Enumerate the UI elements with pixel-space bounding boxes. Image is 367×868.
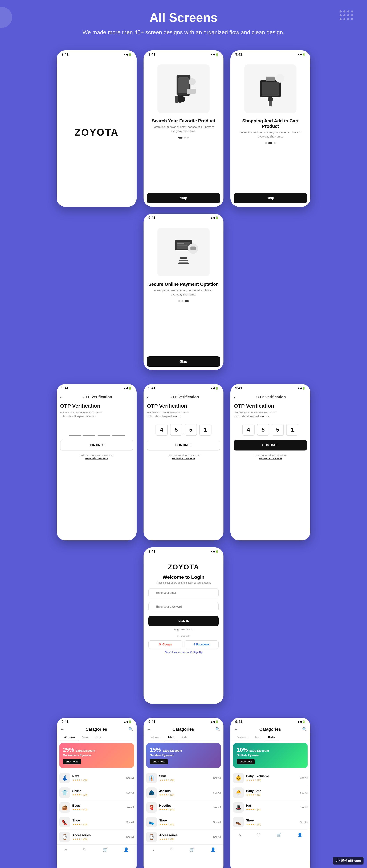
skip-button-3[interactable]: Skip: [147, 356, 220, 367]
skip-button-1[interactable]: Skip: [147, 193, 220, 203]
status-time-otp1: 9:41: [61, 386, 68, 390]
tab-men[interactable]: Men: [165, 734, 178, 741]
otp-dark-2[interactable]: 5: [257, 424, 269, 436]
user-nav-catk[interactable]: 👤: [297, 833, 303, 837]
svg-rect-7: [262, 82, 279, 96]
tab-men-w[interactable]: Men: [78, 734, 91, 741]
resend-link-2[interactable]: Resend OTP Code: [172, 457, 195, 460]
cart-nav-catk[interactable]: 🛒: [276, 833, 282, 837]
back-arrow-icon[interactable]: ‹: [60, 395, 61, 399]
password-wrapper: 🔒: [148, 602, 219, 614]
see-all-new[interactable]: See All: [126, 776, 134, 779]
search-icon-catm[interactable]: 🔍: [215, 727, 220, 732]
otp-digit-1[interactable]: 4: [156, 424, 168, 436]
tab-women[interactable]: Women: [60, 734, 78, 741]
back-arrow-catm[interactable]: ←: [147, 727, 151, 732]
see-all-hoodie[interactable]: See All: [213, 806, 221, 809]
tab-kids[interactable]: Kids: [265, 734, 278, 741]
resend-link-empty[interactable]: Resend OTP Code: [85, 457, 108, 460]
cart-nav-catm[interactable]: 🛒: [190, 847, 195, 852]
otp-dark-4[interactable]: 1: [286, 424, 299, 436]
tab-men-k[interactable]: Men: [252, 734, 265, 741]
back-arrow-catw[interactable]: ←: [60, 727, 64, 732]
user-nav-catw[interactable]: 👤: [123, 847, 129, 852]
tab-women-k[interactable]: Women: [234, 734, 252, 741]
otp-inputs-empty: [60, 424, 133, 436]
forgot-password-link[interactable]: Forgot Password?: [148, 628, 219, 631]
continue-button-light[interactable]: CONTINUE: [147, 440, 220, 451]
category-screen-men: ← Catagories 🔍 Women Men Kids 15% Extra …: [144, 725, 223, 868]
see-all-jacket[interactable]: See All: [213, 791, 221, 794]
promo-banner-men: 15% Extra Discount On Mens Eyewear SHOP …: [146, 743, 221, 768]
svg-point-4: [189, 78, 196, 85]
email-wrapper: 👤: [148, 588, 219, 600]
resend-link-3[interactable]: Resend OTP Code: [259, 457, 282, 460]
signup-prompt: Didn't have an account? Sign Up: [148, 651, 219, 654]
see-all-shirt-m[interactable]: See All: [213, 776, 221, 779]
search-icon-catw[interactable]: 🔍: [129, 727, 133, 732]
shop-now-btn-men[interactable]: SHOP NOW: [150, 759, 168, 764]
otp-digit-2[interactable]: 5: [170, 424, 182, 436]
phone-onboarding-2: 9:41 ▲◆🔋 Shopping And Add to Cart Produc…: [230, 50, 310, 207]
see-all-shirts[interactable]: See All: [126, 791, 134, 794]
back-arrow-catk[interactable]: ←: [234, 727, 238, 732]
heart-nav-catk[interactable]: ♡: [257, 833, 260, 837]
continue-button-empty[interactable]: CONTINUE: [60, 440, 133, 451]
category-screen-kids: ← Catagories 🔍 Women Men Kids 10% Extra …: [230, 725, 310, 868]
password-input[interactable]: [148, 602, 219, 611]
otp-box-2[interactable]: [83, 424, 95, 436]
home-nav-catm[interactable]: ⌂: [151, 847, 154, 852]
see-all-shoe-k[interactable]: See All: [300, 821, 308, 824]
shop-now-btn-women[interactable]: SHOP NOW: [63, 759, 81, 764]
dots-indicator-1: [178, 137, 189, 138]
continue-button-dark[interactable]: CONTINUE: [234, 440, 307, 451]
cat-item-baby-exclusive: 👶 Baby Exclusive ★★★★☆ (13) See All: [233, 771, 308, 785]
otp-box-3[interactable]: [98, 424, 110, 436]
shop-now-btn-kids[interactable]: SHOP NOW: [237, 759, 255, 764]
facebook-login-button[interactable]: f Facebook: [185, 641, 219, 649]
signup-link[interactable]: Sign Up: [193, 651, 202, 654]
status-bar-ob3: 9:41 ▲◆🔋: [144, 214, 223, 221]
status-bar-otp1: 9:41 ▲◆🔋: [57, 384, 137, 391]
home-nav-catw[interactable]: ⌂: [64, 847, 67, 852]
otp-digit-4[interactable]: 1: [199, 424, 211, 436]
heart-nav-catw[interactable]: ♡: [83, 847, 87, 852]
email-input[interactable]: [148, 588, 219, 597]
see-all-acc-m[interactable]: See All: [213, 836, 221, 838]
tab-kids-m[interactable]: Kids: [178, 734, 191, 741]
skip-button-2[interactable]: Skip: [234, 193, 307, 203]
bottom-nav-catw: ⌂ ♡ 🛒 👤: [57, 844, 137, 856]
cat-img-shirts: 👕: [59, 787, 70, 798]
see-all-baby-exclusive[interactable]: See All: [300, 776, 308, 779]
cat-img-shoe-w: 👠: [59, 817, 70, 827]
see-all-shoe-w[interactable]: See All: [126, 821, 134, 824]
see-all-hat[interactable]: See All: [300, 806, 308, 809]
otp-box-1[interactable]: [68, 424, 81, 436]
heart-nav-catm[interactable]: ♡: [170, 847, 174, 852]
see-all-bags[interactable]: See All: [126, 806, 134, 809]
see-all-shoe-m[interactable]: See All: [213, 821, 221, 824]
back-arrow-icon-2[interactable]: ‹: [147, 395, 148, 399]
cart-nav-catw[interactable]: 🛒: [103, 847, 108, 852]
dots-indicator-3: [178, 300, 189, 302]
onboarding-title-2: Shopping And Add to Cart Product: [234, 118, 307, 129]
cat-item-baby-sets: 🐣 Baby Sets ★★★★☆ (13) See All: [233, 785, 308, 800]
search-icon-catk[interactable]: 🔍: [302, 727, 307, 732]
back-arrow-icon-3[interactable]: ‹: [234, 395, 235, 399]
otp-dark-3[interactable]: 5: [272, 424, 284, 436]
otp-digit-3[interactable]: 5: [185, 424, 197, 436]
otp-header: ‹ OTP Verification: [60, 395, 133, 399]
svg-rect-9: [266, 76, 275, 81]
otp-dark-1[interactable]: 4: [243, 424, 255, 436]
user-nav-catm[interactable]: 👤: [210, 847, 216, 852]
tab-kids-w[interactable]: Kids: [91, 734, 105, 741]
see-all-baby-sets[interactable]: See All: [300, 791, 308, 794]
see-all-acc-w[interactable]: See All: [126, 836, 134, 838]
otp-box-4[interactable]: [112, 424, 124, 436]
signin-button[interactable]: SIGN IN: [148, 616, 219, 626]
resend-row-3: Didn't not received the code? Resend OTP…: [234, 454, 307, 460]
cat-item-shoe-w: 👠 Shoe ★★★★☆ (13) See All: [59, 815, 134, 830]
tab-women-m[interactable]: Women: [147, 734, 165, 741]
google-login-button[interactable]: G Google: [148, 641, 182, 649]
home-nav-catk[interactable]: ⌂: [238, 833, 241, 837]
